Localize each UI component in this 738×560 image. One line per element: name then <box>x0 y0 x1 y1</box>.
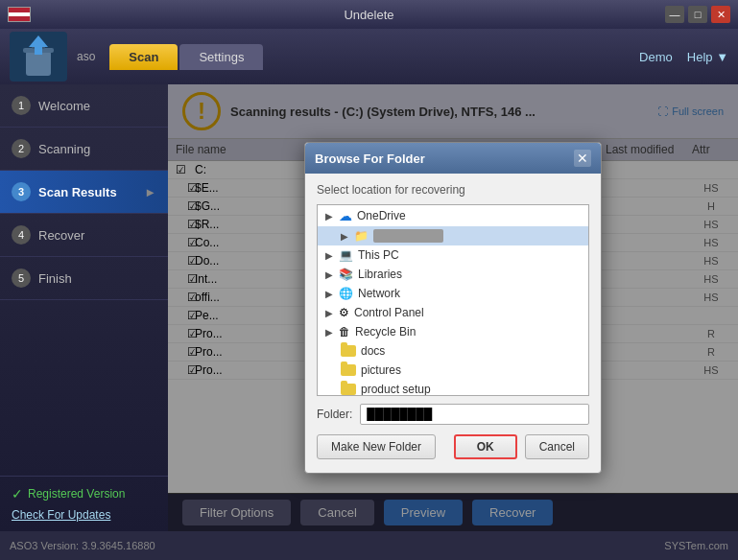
tree-item-libraries[interactable]: ▶ 📚 Libraries <box>318 265 588 284</box>
dialog-body: Select location for recovering ▶ ☁ OneDr… <box>305 174 601 473</box>
onedrive-icon: ☁ <box>339 208 352 223</box>
computer-icon: 💻 <box>339 248 353 262</box>
nav-tabs: Scan Settings <box>109 44 263 70</box>
sidebar-item-finish[interactable]: 5 Finish <box>0 257 168 300</box>
bottom-bar: ASO3 Version: 3.9.3645.16880 SYSTem.com <box>0 531 738 560</box>
folder-icon-product-setup <box>341 384 356 395</box>
folder-label: Folder: <box>317 408 352 421</box>
tree-item-recycle-bin[interactable]: ▶ 🗑 Recycle Bin <box>318 322 588 341</box>
title-bar-buttons: — □ ✕ <box>665 6 730 23</box>
step-num-2: 2 <box>12 139 31 158</box>
tree-label-onedrive: OneDrive <box>357 209 406 222</box>
sidebar-item-recover[interactable]: 4 Recover <box>0 214 168 257</box>
chevron-icon: ► <box>144 185 156 199</box>
tree-label-docs: docs <box>361 344 385 358</box>
dialog-close-button[interactable]: ✕ <box>574 150 591 167</box>
top-bar: aso Scan Settings Demo Help ▼ <box>0 29 738 84</box>
check-icon: ✓ <box>12 486 23 502</box>
close-button[interactable]: ✕ <box>711 6 730 23</box>
sidebar-items: 1 Welcome 2 Scanning 3 Scan Results ► 4 … <box>0 84 168 476</box>
folder-input[interactable] <box>360 404 589 425</box>
sidebar-label-finish: Finish <box>38 271 72 286</box>
sidebar-footer: ✓ Registered Version Check For Updates <box>0 476 168 531</box>
tree-label-network: Network <box>358 287 400 300</box>
make-new-folder-button[interactable]: Make New Folder <box>317 434 436 459</box>
tab-scan[interactable]: Scan <box>109 44 178 70</box>
aso-label: aso <box>77 50 95 63</box>
network-icon: 🌐 <box>339 287 353 300</box>
sidebar-label-welcome: Welcome <box>38 99 90 113</box>
tree-label-recycle-bin: Recycle Bin <box>355 325 416 338</box>
ok-button[interactable]: OK <box>454 434 517 459</box>
demo-link[interactable]: Demo <box>639 50 673 64</box>
title-bar: Undelete — □ ✕ <box>0 0 738 29</box>
sidebar-item-scanning[interactable]: 2 Scanning <box>0 128 168 171</box>
dialog-title: Browse For Folder <box>315 152 425 166</box>
folder-tree: ▶ ☁ OneDrive ▶ 📁 ██ ▶ � <box>317 204 589 396</box>
tree-item-this-pc[interactable]: ▶ 💻 This PC <box>318 245 588 265</box>
folder-icon-docs <box>341 345 356 357</box>
expand-arrow-ctrl: ▶ <box>325 308 335 317</box>
main-layout: 1 Welcome 2 Scanning 3 Scan Results ► 4 … <box>0 84 738 531</box>
expand-arrow-net: ▶ <box>325 289 335 298</box>
sidebar-item-welcome[interactable]: 1 Welcome <box>0 84 168 128</box>
dialog-title-bar: Browse For Folder ✕ <box>305 143 601 174</box>
help-link[interactable]: Help ▼ <box>687 50 728 64</box>
tree-item-docs[interactable]: docs <box>318 341 588 361</box>
tree-label-product-setup: product setup <box>361 383 431 396</box>
flag-icon <box>8 7 31 22</box>
step-num-4: 4 <box>12 225 31 245</box>
sidebar-label-scanning: Scanning <box>38 142 90 156</box>
version-label: ASO3 Version: 3.9.3645.16880 <box>10 540 155 551</box>
app-logo <box>10 32 67 82</box>
dialog-subtitle: Select location for recovering <box>317 183 589 197</box>
browse-for-folder-dialog: Browse For Folder ✕ Select location for … <box>304 142 602 474</box>
folder-icon-pictures <box>341 364 356 376</box>
registered-label: Registered Version <box>28 487 125 501</box>
step-num-5: 5 <box>12 268 31 288</box>
dialog-buttons: Make New Folder OK Cancel <box>317 434 589 463</box>
tree-item-onedrive[interactable]: ▶ ☁ OneDrive <box>318 205 588 226</box>
expand-arrow: ▶ <box>325 211 335 221</box>
folder-icon-blurred: 📁 <box>354 229 369 243</box>
sidebar-label-scan-results: Scan Results <box>38 185 117 199</box>
expand-arrow-recycle: ▶ <box>325 327 335 337</box>
sidebar-wrapper: 1 Welcome 2 Scanning 3 Scan Results ► 4 … <box>0 84 168 531</box>
sidebar-label-recover: Recover <box>38 228 84 243</box>
tree-label-libraries: Libraries <box>358 268 402 281</box>
tab-settings[interactable]: Settings <box>179 44 263 70</box>
top-right-menu: Demo Help ▼ <box>639 50 728 64</box>
libraries-icon: 📚 <box>339 268 353 281</box>
sidebar: 1 Welcome 2 Scanning 3 Scan Results ► 4 … <box>0 84 168 531</box>
step-num-3: 3 <box>12 182 31 201</box>
tree-item-product-setup[interactable]: product setup <box>318 380 588 396</box>
watermark: SYSTem.com <box>664 540 728 551</box>
window-title: Undelete <box>344 8 393 22</box>
content-area: ! Scanning results - (C:) (System Drive)… <box>168 84 738 531</box>
sidebar-item-scan-results[interactable]: 3 Scan Results ► <box>0 171 168 214</box>
recycle-icon: 🗑 <box>339 325 350 338</box>
tree-label-control-panel: Control Panel <box>354 306 424 319</box>
dialog-cancel-button[interactable]: Cancel <box>525 434 589 459</box>
folder-input-row: Folder: <box>317 404 589 425</box>
tree-item-control-panel[interactable]: ▶ ⚙ Control Panel <box>318 303 588 322</box>
expand-arrow-2: ▶ <box>341 231 350 241</box>
check-updates-link[interactable]: Check For Updates <box>12 508 110 522</box>
tree-label-blurred: ██ <box>373 229 443 243</box>
ok-cancel-group: OK Cancel <box>454 434 589 459</box>
minimize-button[interactable]: — <box>665 6 684 23</box>
tree-label-pictures: pictures <box>361 363 401 377</box>
registered-status: ✓ Registered Version <box>12 486 156 502</box>
tree-item-blurred[interactable]: ▶ 📁 ██ <box>318 226 588 245</box>
step-num-1: 1 <box>12 96 31 115</box>
maximize-button[interactable]: □ <box>688 6 707 23</box>
control-panel-icon: ⚙ <box>339 306 349 319</box>
tree-item-pictures[interactable]: pictures <box>318 361 588 380</box>
expand-arrow-pc: ▶ <box>325 250 335 260</box>
dialog-overlay: Browse For Folder ✕ Select location for … <box>168 84 738 531</box>
tree-item-network[interactable]: ▶ 🌐 Network <box>318 284 588 303</box>
tree-label-this-pc: This PC <box>358 248 399 262</box>
expand-arrow-lib: ▶ <box>325 269 335 279</box>
